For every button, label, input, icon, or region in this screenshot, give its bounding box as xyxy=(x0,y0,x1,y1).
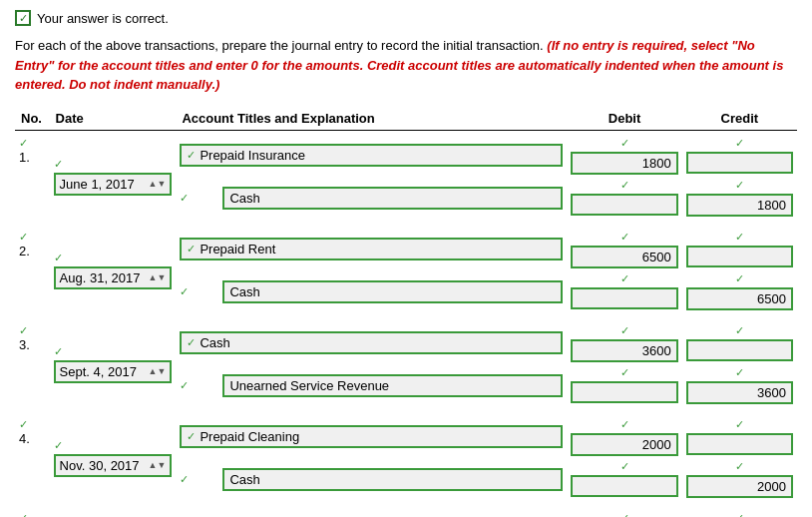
row-5-entry-0-account-cell: ✓Cash xyxy=(176,506,567,518)
credit-check-icon: ✓ xyxy=(735,460,744,473)
instructions: For each of the above transactions, prep… xyxy=(15,36,797,95)
row-2-date[interactable]: ✓ Aug. 31, 2017 ▲▼ xyxy=(50,225,177,312)
account-check-icon: ✓ xyxy=(187,243,196,256)
account-field[interactable]: ✓ Cash xyxy=(180,187,563,210)
row-3-entry-1-debit-cell: ✓ xyxy=(567,364,681,406)
date-check-icon: ✓ xyxy=(54,345,63,358)
row-1-entry-1-debit-cell: ✓ xyxy=(567,177,681,219)
date-arrow-icon: ▲▼ xyxy=(149,460,167,470)
credit-field[interactable] xyxy=(686,246,793,267)
row-1-entry-0-credit-cell: ✓ xyxy=(682,130,797,177)
row-4-entry-0-credit-cell: ✓ xyxy=(682,412,797,458)
account-value: Prepaid Insurance xyxy=(200,148,305,163)
row-2-entry-0-debit-cell: ✓ 6500 xyxy=(567,225,681,270)
row-3-no: ✓3. xyxy=(15,318,50,406)
account-sub-field[interactable]: Unearned Service Revenue xyxy=(222,374,563,397)
account-sub-field[interactable]: Cash xyxy=(222,468,563,491)
row-5-entry-0-debit-cell: ✓ 1500 xyxy=(567,506,681,518)
account-sub-field[interactable]: Cash xyxy=(222,187,563,210)
account-value: Prepaid Rent xyxy=(200,242,275,257)
row-5-no: ✓5. xyxy=(15,506,50,518)
debit-value: 6500 xyxy=(642,250,671,264)
credit-field[interactable] xyxy=(686,152,793,174)
credit-field[interactable]: 1800 xyxy=(686,194,793,217)
credit-field[interactable] xyxy=(686,433,793,455)
header-no: No. xyxy=(15,107,50,131)
date-check-icon: ✓ xyxy=(54,158,63,171)
account-check-icon: ✓ xyxy=(180,473,189,486)
row-1-date[interactable]: ✓ June 1, 2017 ▲▼ xyxy=(50,130,177,219)
credit-field[interactable]: 3600 xyxy=(686,381,793,404)
debit-field[interactable]: 3600 xyxy=(571,339,677,362)
account-sub-value: Cash xyxy=(229,472,259,487)
debit-field[interactable] xyxy=(571,194,677,216)
row-4-entry-1-debit-cell: ✓ xyxy=(567,458,681,500)
date-dropdown[interactable]: Aug. 31, 2017 ▲▼ xyxy=(54,266,173,289)
account-check-icon: ✓ xyxy=(187,430,196,443)
account-sub-value: Cash xyxy=(229,284,259,299)
credit-value: 6500 xyxy=(757,291,786,306)
row-3-entry-1-account-cell: ✓ Unearned Service Revenue xyxy=(176,364,567,406)
debit-field[interactable] xyxy=(571,475,677,497)
row-4-entry-1-credit-cell: ✓ 2000 xyxy=(682,458,797,500)
correct-text: Your answer is correct. xyxy=(37,11,169,26)
account-field[interactable]: ✓ Cash xyxy=(180,280,563,303)
account-field[interactable]: ✓ Cash xyxy=(180,468,563,491)
table-row: ✓3. ✓ Sept. 4, 2017 ▲▼ ✓Cash ✓ 3600 ✓ xyxy=(15,318,797,364)
account-sub-value: Unearned Service Revenue xyxy=(229,378,389,393)
account-field[interactable]: ✓Prepaid Insurance xyxy=(180,144,563,167)
account-check-icon: ✓ xyxy=(180,192,189,205)
debit-field[interactable] xyxy=(571,381,677,403)
row-2-entry-0-account-cell: ✓Prepaid Rent xyxy=(176,225,567,270)
account-check-icon: ✓ xyxy=(187,336,196,349)
row-check-icon: ✓ xyxy=(19,512,28,518)
credit-value: 1800 xyxy=(757,198,786,213)
credit-field[interactable]: 2000 xyxy=(686,475,793,498)
row-1-entry-1-credit-cell: ✓ 1800 xyxy=(682,177,797,219)
credit-check-icon: ✓ xyxy=(735,272,744,285)
credit-value: 3600 xyxy=(757,385,786,400)
debit-check-icon: ✓ xyxy=(620,272,629,285)
date-dropdown[interactable]: June 1, 2017 ▲▼ xyxy=(54,173,173,196)
debit-field[interactable]: 1800 xyxy=(571,152,677,175)
date-check-icon: ✓ xyxy=(54,252,63,264)
credit-check-icon: ✓ xyxy=(735,137,744,150)
row-5-date[interactable]: ✓ Dec. 5, 2017 ▲▼ xyxy=(50,506,177,518)
header-debit: Debit xyxy=(567,107,681,131)
row-number: 1. xyxy=(19,150,30,165)
credit-field[interactable] xyxy=(686,339,793,361)
account-sub-value: Cash xyxy=(229,191,259,206)
account-field[interactable]: ✓Prepaid Cleaning xyxy=(180,425,563,448)
row-check-icon: ✓ xyxy=(19,324,28,337)
account-field[interactable]: ✓Prepaid Rent xyxy=(180,238,563,260)
account-sub-field[interactable]: Cash xyxy=(222,280,563,303)
debit-field[interactable]: 2000 xyxy=(571,433,677,456)
row-2-entry-1-account-cell: ✓ Cash xyxy=(176,270,567,312)
date-dropdown[interactable]: Sept. 4, 2017 ▲▼ xyxy=(54,360,173,383)
row-4-no: ✓4. xyxy=(15,412,50,500)
credit-check-icon: ✓ xyxy=(735,324,744,337)
debit-check-icon: ✓ xyxy=(620,460,629,473)
date-value: Sept. 4, 2017 xyxy=(60,364,137,379)
debit-check-icon: ✓ xyxy=(620,179,629,192)
table-row: ✓2. ✓ Aug. 31, 2017 ▲▼ ✓Prepaid Rent ✓ 6… xyxy=(15,225,797,270)
debit-value: 3600 xyxy=(642,343,671,358)
account-field[interactable]: ✓ Unearned Service Revenue xyxy=(180,374,563,397)
debit-field[interactable]: 6500 xyxy=(571,246,677,268)
row-4-date[interactable]: ✓ Nov. 30, 2017 ▲▼ xyxy=(50,412,177,500)
date-arrow-icon: ▲▼ xyxy=(149,366,167,376)
date-dropdown[interactable]: Nov. 30, 2017 ▲▼ xyxy=(54,454,173,477)
row-3-date[interactable]: ✓ Sept. 4, 2017 ▲▼ xyxy=(50,318,177,406)
account-field[interactable]: ✓Cash xyxy=(180,331,563,354)
account-check-icon: ✓ xyxy=(180,379,189,392)
account-value: Prepaid Cleaning xyxy=(200,429,299,444)
credit-value: 2000 xyxy=(757,479,786,494)
date-value: Nov. 30, 2017 xyxy=(60,458,140,473)
credit-field[interactable]: 6500 xyxy=(686,287,793,310)
row-5-entry-0-credit-cell: ✓ xyxy=(682,506,797,518)
row-check-icon: ✓ xyxy=(19,418,28,431)
debit-field[interactable] xyxy=(571,287,677,309)
row-check-icon: ✓ xyxy=(19,231,28,244)
date-value: Aug. 31, 2017 xyxy=(60,270,141,285)
row-1-entry-0-debit-cell: ✓ 1800 xyxy=(567,130,681,177)
